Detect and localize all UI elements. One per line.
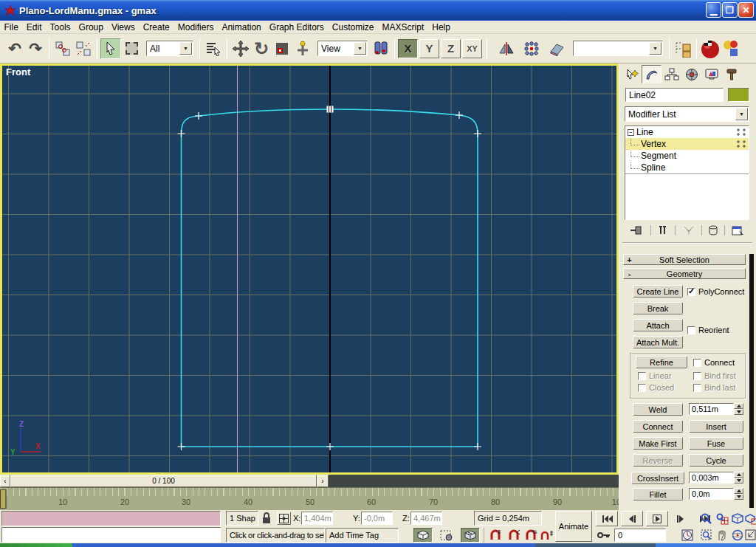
select-by-name-button[interactable] (203, 38, 224, 59)
menu-create[interactable]: Create (139, 21, 173, 34)
select-and-move-button[interactable] (230, 38, 251, 59)
arc-rotate-button[interactable] (731, 528, 744, 543)
track-view-button[interactable] (673, 38, 693, 59)
select-and-rotate-button[interactable]: ↻ (251, 38, 272, 59)
menu-maxscript[interactable]: MAXScript (378, 21, 428, 34)
weld-threshold-field[interactable]: 0,511m (689, 403, 734, 415)
animate-button[interactable]: Animate (555, 511, 592, 542)
z-coordinate-field[interactable]: 4,467m (410, 512, 442, 525)
selection-lock-icon[interactable] (261, 512, 272, 524)
set-key-button[interactable] (596, 528, 612, 543)
create-line-button[interactable]: Create Line (633, 285, 683, 297)
spline-vertices[interactable] (178, 111, 482, 450)
pan-button[interactable] (715, 528, 729, 543)
menu-edit[interactable]: Edit (22, 21, 46, 34)
frame-marker[interactable] (0, 489, 7, 509)
fillet-field[interactable]: 0,0m (689, 488, 734, 500)
object-color-swatch[interactable] (728, 88, 749, 102)
collapse-icon[interactable]: − (628, 129, 634, 136)
undo-button[interactable]: ↶ (4, 38, 25, 59)
fillet-spinner[interactable] (734, 488, 743, 500)
viewport-front[interactable]: Z Y X Front (0, 63, 619, 475)
connect-checkbox[interactable]: Connect (693, 358, 735, 367)
configure-modifier-sets-button[interactable] (732, 224, 745, 236)
taskbar-task-button[interactable] (535, 543, 656, 547)
stack-item-line[interactable]: − Line (625, 126, 749, 138)
fuse-button[interactable]: Fuse (689, 437, 743, 450)
zoom-all-button[interactable] (715, 511, 729, 526)
absolute-mode-button[interactable] (277, 512, 291, 525)
attach-mult-button[interactable]: Attach Mult. (633, 336, 683, 348)
percent-snap-button[interactable]: % (524, 528, 539, 543)
track-bar[interactable]: 10 20 30 40 50 60 70 80 90 100 (0, 487, 619, 510)
panel-scrollbar[interactable] (749, 254, 754, 508)
named-selection-sets-dropdown[interactable]: ▼ (573, 41, 663, 56)
select-and-scale-button[interactable] (272, 38, 292, 59)
modifier-list-dropdown[interactable]: Modifier List ▼ (625, 106, 749, 122)
crossinsert-field[interactable]: 0,003m (689, 472, 734, 484)
selection-dashed-button[interactable] (437, 528, 456, 543)
min-max-toggle-button[interactable] (745, 528, 756, 543)
degradation-override-button[interactable] (413, 528, 433, 543)
time-slider-next-button[interactable]: › (317, 475, 329, 487)
align-button[interactable] (546, 38, 567, 59)
menu-customize[interactable]: Customize (328, 21, 378, 34)
show-end-result-button[interactable] (658, 225, 668, 235)
redo-button[interactable]: ↷ (25, 38, 46, 59)
y-coordinate-field[interactable]: -0,0m (361, 512, 393, 525)
polyconnect-checkbox[interactable]: PolyConnect (687, 287, 744, 296)
make-first-button[interactable]: Make First (633, 437, 683, 450)
unlink-selection-button[interactable] (73, 38, 94, 59)
attach-button[interactable]: Attach (633, 319, 683, 331)
cycle-button[interactable]: Cycle (689, 454, 743, 467)
rollout-geometry[interactable]: - Geometry (623, 268, 746, 279)
tab-motion[interactable] (681, 65, 701, 83)
angle-snap-button[interactable] (506, 528, 523, 543)
restrict-z-button[interactable]: Z (441, 39, 461, 58)
restrict-y-button[interactable]: Y (419, 39, 439, 58)
menu-animation[interactable]: Animation (218, 21, 265, 34)
stack-item-spline[interactable]: Spline (625, 162, 749, 173)
menu-views[interactable]: Views (107, 21, 139, 34)
pin-stack-button[interactable] (629, 225, 644, 235)
object-name-field[interactable]: Line02 (625, 88, 724, 102)
reorient-checkbox[interactable]: Reorient (687, 326, 729, 334)
minimize-button[interactable]: ▁ (706, 2, 721, 18)
previous-frame-button[interactable] (621, 511, 643, 526)
time-configuration-button[interactable] (679, 528, 695, 543)
windows-taskbar[interactable] (0, 543, 756, 547)
menu-graph-editors[interactable]: Graph Editors (265, 21, 328, 34)
restrict-x-button[interactable]: X (398, 39, 418, 58)
break-button[interactable]: Break (633, 302, 683, 314)
fillet-button[interactable]: Fillet (633, 488, 683, 500)
snap-cube-button[interactable] (461, 528, 480, 543)
zoom-button[interactable] (700, 511, 713, 526)
menu-group[interactable]: Group (75, 21, 107, 34)
remove-modifier-button[interactable] (709, 225, 718, 235)
refine-button[interactable]: Refine (636, 356, 687, 368)
menu-modifiers[interactable]: Modifiers (173, 21, 218, 34)
linear-checkbox[interactable]: Linear (638, 371, 672, 380)
crossinsert-button[interactable]: CrossInsert (631, 472, 684, 484)
restrict-xy-plane-button[interactable]: XY (462, 39, 482, 58)
bind-last-checkbox[interactable]: Bind last (693, 383, 735, 392)
maxscript-listener-line[interactable] (1, 527, 221, 543)
snap-toggle-button[interactable]: 3 (487, 528, 504, 543)
array-button[interactable] (521, 38, 542, 59)
restore-button[interactable]: ❐ (722, 2, 738, 18)
macro-recorder-line[interactable] (1, 511, 221, 526)
make-unique-button[interactable] (683, 225, 695, 235)
go-to-start-button[interactable] (596, 511, 618, 526)
region-zoom-button[interactable] (700, 528, 713, 543)
viewport-label[interactable]: Front (6, 66, 30, 78)
tab-modify[interactable] (642, 65, 662, 83)
rectangular-selection-region-button[interactable] (121, 38, 142, 59)
x-coordinate-field[interactable]: 1,404m (301, 512, 333, 525)
reverse-button[interactable]: Reverse (633, 454, 683, 467)
reference-coordinate-dropdown[interactable]: View ▼ (317, 41, 368, 56)
start-button[interactable] (0, 543, 72, 547)
stack-item-segment[interactable]: Segment (625, 150, 749, 162)
select-and-manipulate-button[interactable] (292, 38, 313, 59)
select-and-link-button[interactable] (52, 38, 73, 59)
stack-item-vertex[interactable]: Vertex (625, 138, 749, 150)
